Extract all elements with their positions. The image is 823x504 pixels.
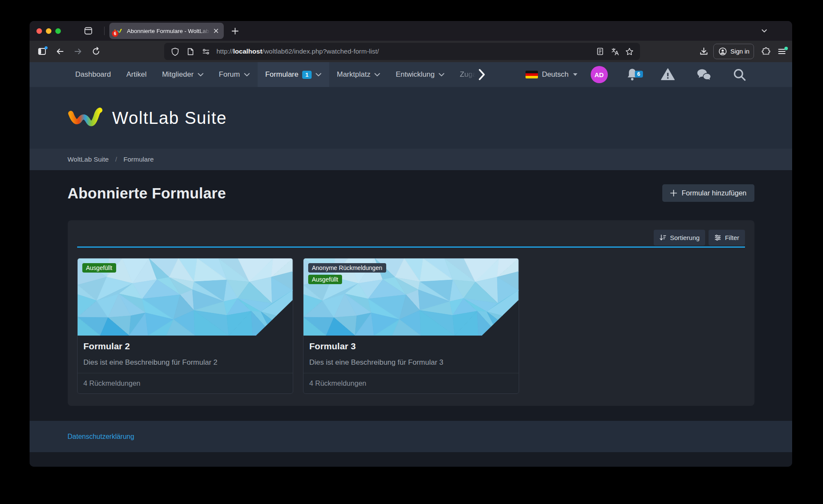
bookmark-button[interactable] — [623, 45, 636, 58]
back-button[interactable] — [53, 44, 67, 59]
page-info-button[interactable] — [184, 45, 197, 58]
active-tab[interactable]: 6 Abonnierte Formulare - WoltLab — [109, 23, 224, 39]
browser-window: 6 Abonnierte Formulare - WoltLab — [30, 21, 792, 467]
navigation-toolbar: http://localhost/woltlab62/index.php?wat… — [30, 41, 792, 62]
search-button[interactable] — [722, 67, 754, 82]
page-title: Abonnierte Formulare — [68, 185, 226, 202]
menu-notification-dot — [784, 47, 788, 50]
reload-button[interactable] — [89, 44, 103, 59]
breadcrumb-formulare-link[interactable]: Formulare — [123, 156, 154, 163]
conversations-button[interactable] — [686, 67, 722, 82]
chevron-down-icon — [315, 73, 321, 77]
close-icon — [213, 28, 219, 34]
caret-down-icon — [573, 73, 578, 76]
main-menu-item[interactable]: Marktplatz — [329, 62, 388, 87]
main-menu-item[interactable]: Entwicklung — [388, 62, 452, 87]
notifications-button[interactable]: 6 — [615, 67, 650, 82]
language-label: Deutsch — [542, 70, 568, 79]
main-menu-item[interactable]: Dashboard — [68, 62, 119, 87]
sidebar-notification-dot — [45, 46, 48, 49]
active-tab-underline — [77, 246, 745, 248]
plus-icon — [670, 189, 677, 197]
card-body: Formular 2 Dies ist eine Beschreibung fü… — [78, 336, 293, 373]
forward-button[interactable] — [71, 44, 85, 59]
filter-icon — [714, 234, 721, 241]
menu-overflow-chevron-icon[interactable] — [478, 68, 485, 81]
chevron-down-icon — [439, 73, 445, 77]
main-menu-item[interactable]: Artikel — [119, 62, 154, 87]
tracking-protection-button[interactable] — [168, 45, 181, 58]
filter-button[interactable]: Filter — [709, 230, 745, 246]
firefox-view-button[interactable] — [82, 24, 95, 37]
tab-strip: 6 Abonnierte Formulare - WoltLab — [30, 21, 792, 41]
main-menu-item[interactable]: Mitglieder — [154, 62, 211, 87]
menu-item-label: Formulare — [265, 70, 298, 79]
tab-separator — [104, 27, 105, 35]
main-menu-item[interactable]: Formulare 1 — [258, 62, 329, 87]
reload-icon — [91, 47, 101, 56]
card-badges: Anonyme RückmeldungenAusgefüllt — [308, 263, 386, 284]
status-badge: Anonyme Rückmeldungen — [308, 263, 386, 273]
site-name: WoltLab Suite — [112, 108, 227, 128]
language-switcher[interactable]: Deutsch — [520, 70, 583, 79]
app-menu-button[interactable] — [775, 44, 789, 59]
sign-in-label: Sign in — [730, 48, 749, 55]
privacy-policy-link[interactable]: Datenschutzerklärung — [68, 433, 135, 441]
permissions-button[interactable] — [199, 45, 212, 58]
form-description: Dies ist eine Beschreibung für Formular … — [309, 358, 513, 367]
add-form-button[interactable]: Formular hinzufügen — [662, 184, 754, 202]
chevron-down-icon — [374, 73, 380, 77]
sidebar-button[interactable] — [35, 44, 49, 59]
woltlab-logo-icon — [68, 105, 103, 131]
url-text: http://localhost/woltlab62/index.php?wat… — [216, 48, 594, 55]
sort-label: Sortierung — [670, 234, 700, 241]
search-icon — [732, 67, 747, 82]
tab-close-button[interactable] — [212, 27, 220, 35]
form-description: Dies ist eine Beschreibung für Formular … — [84, 358, 287, 367]
reader-view-button[interactable] — [594, 45, 607, 58]
form-title[interactable]: Formular 2 — [84, 341, 287, 351]
main-menu-right: Deutsch AD 6 — [520, 62, 754, 87]
downloads-button[interactable] — [697, 44, 711, 59]
close-window-button[interactable] — [36, 28, 42, 34]
sign-in-button[interactable]: Sign in — [713, 44, 754, 59]
chat-bubbles-icon — [696, 67, 712, 82]
user-avatar[interactable]: AD — [591, 66, 608, 83]
sort-button[interactable]: Sortierung — [654, 230, 705, 246]
new-tab-button[interactable] — [228, 24, 242, 38]
breadcrumb-home-link[interactable]: WoltLab Suite — [68, 156, 109, 163]
form-card[interactable]: Ausgefüllt Formular 2 Dies ist eine Besc… — [77, 258, 293, 394]
list-all-tabs-button[interactable] — [758, 24, 771, 37]
sort-icon — [659, 234, 667, 241]
form-card[interactable]: Anonyme RückmeldungenAusgefüllt Formular… — [303, 258, 519, 394]
chevron-down-icon — [761, 27, 768, 34]
form-title[interactable]: Formular 3 — [309, 341, 513, 351]
zoom-window-button[interactable] — [55, 28, 61, 34]
url-bar[interactable]: http://localhost/woltlab62/index.php?wat… — [164, 43, 640, 60]
copyright-name: VieCode Formulare — [330, 465, 389, 467]
copyright-rest: – entwickelt von www.viecode.com — [392, 465, 491, 467]
site-logo[interactable]: WoltLab Suite — [68, 105, 227, 131]
filter-label: Filter — [725, 234, 739, 241]
panel-toolbar: Sortierung Filter — [77, 230, 745, 246]
moderation-button[interactable] — [650, 67, 686, 82]
form-cover-image: Ausgefüllt — [78, 258, 293, 336]
form-meta: 4 Rückmeldungen — [303, 373, 519, 393]
menu-item-label: Artikel — [126, 70, 147, 79]
page-viewport: Dashboard Artikel Mitglieder Forum Formu… — [30, 62, 792, 467]
menu-item-label: Mitglieder — [162, 70, 194, 79]
warning-icon — [660, 67, 676, 82]
tab-notification-badge: 6 — [112, 30, 118, 37]
tab-title: Abonnierte Formulare - WoltLab — [127, 28, 212, 34]
extensions-button[interactable] — [759, 44, 773, 59]
minimize-window-button[interactable] — [46, 28, 51, 34]
main-menu-item[interactable]: Forum — [211, 62, 258, 87]
footer: Datenschutzerklärung — [30, 421, 792, 452]
forms-panel: Sortierung Filter Ausgefüllt Formular 2 … — [68, 220, 754, 406]
form-cards: Ausgefüllt Formular 2 Dies ist eine Besc… — [77, 258, 745, 394]
menu-item-label: Dashboard — [75, 70, 111, 79]
firefox-view-icon — [84, 26, 93, 36]
translate-button[interactable] — [608, 45, 621, 58]
german-flag-icon — [526, 71, 538, 78]
forward-arrow-icon — [73, 47, 83, 56]
